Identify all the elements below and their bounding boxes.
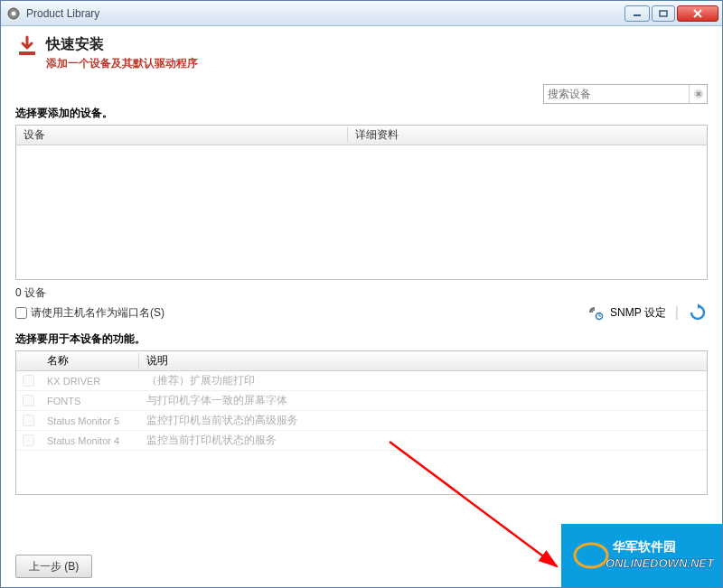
svg-point-1 bbox=[12, 11, 16, 15]
search-input[interactable] bbox=[544, 88, 689, 100]
function-desc: 监控当前打印机状态的服务 bbox=[139, 433, 707, 448]
quick-install-text: 快速安装 添加一个设备及其默认驱动程序 bbox=[46, 35, 198, 71]
back-button[interactable]: 上一步 (B) bbox=[15, 555, 92, 578]
function-desc: （推荐）扩展功能打印 bbox=[139, 373, 707, 388]
quick-install-header: 快速安装 添加一个设备及其默认驱动程序 bbox=[15, 35, 708, 71]
minimize-button[interactable] bbox=[624, 5, 650, 22]
window-title: Product Library bbox=[26, 7, 623, 20]
close-button[interactable] bbox=[677, 5, 718, 22]
function-name: Status Monitor 4 bbox=[40, 435, 139, 446]
back-button-label: 上一步 (B) bbox=[29, 559, 79, 574]
function-table: 名称 说明 KX DRIVER （推荐）扩展功能打印 FONTS 与打印机字体一… bbox=[15, 350, 708, 495]
function-name: KX DRIVER bbox=[40, 376, 139, 387]
device-col-name[interactable]: 设备 bbox=[16, 127, 348, 143]
quick-install-title: 快速安装 bbox=[46, 35, 198, 54]
function-row: Status Monitor 5 监控打印机当前状态的高级服务 bbox=[16, 411, 707, 431]
content-area: 快速安装 添加一个设备及其默认驱动程序 选择要添加的设备。 设备 详细资料 0 … bbox=[1, 26, 722, 587]
maximize-button[interactable] bbox=[652, 5, 675, 22]
use-hostname-input[interactable] bbox=[15, 307, 27, 319]
device-section-label: 选择要添加的设备。 bbox=[15, 106, 708, 121]
function-desc: 与打印机字体一致的屏幕字体 bbox=[139, 393, 707, 408]
window-controls bbox=[623, 5, 718, 22]
device-count: 0 设备 bbox=[15, 285, 46, 301]
function-checkbox bbox=[23, 434, 34, 446]
function-col-name[interactable]: 名称 bbox=[40, 353, 139, 369]
quick-install-subtitle: 添加一个设备及其默认驱动程序 bbox=[46, 56, 198, 71]
svg-rect-3 bbox=[660, 11, 667, 16]
snmp-area: SNMP 设定 | bbox=[588, 303, 708, 322]
search-box bbox=[543, 84, 708, 104]
function-name: FONTS bbox=[40, 396, 139, 406]
function-checkbox bbox=[23, 395, 34, 406]
function-name: Status Monitor 5 bbox=[40, 415, 139, 426]
svg-rect-6 bbox=[19, 51, 35, 55]
download-icon bbox=[15, 35, 39, 59]
clear-search-icon[interactable] bbox=[689, 85, 707, 103]
function-row: Status Monitor 4 监控当前打印机状态的服务 bbox=[16, 431, 707, 451]
snmp-label[interactable]: SNMP 设定 bbox=[610, 305, 666, 321]
device-table: 设备 详细资料 bbox=[15, 125, 708, 280]
refresh-icon[interactable] bbox=[688, 303, 708, 322]
titlebar: Product Library bbox=[1, 1, 722, 26]
device-table-header: 设备 详细资料 bbox=[16, 126, 707, 145]
function-section-label: 选择要用于本设备的功能。 bbox=[15, 331, 708, 347]
function-row: FONTS 与打印机字体一致的屏幕字体 bbox=[16, 391, 707, 411]
host-row: 请使用主机名作为端口名(S) SNMP 设定 | bbox=[15, 303, 708, 322]
watermark-cn: 华军软件园 bbox=[612, 539, 676, 554]
function-desc: 监控打印机当前状态的高级服务 bbox=[139, 413, 707, 428]
function-checkbox bbox=[23, 415, 34, 426]
app-window: Product Library 快速安装 添加一个设备及其默认驱 bbox=[0, 0, 723, 588]
use-hostname-label: 请使用主机名作为端口名(S) bbox=[31, 305, 164, 321]
device-col-detail[interactable]: 详细资料 bbox=[348, 127, 707, 143]
search-row bbox=[15, 84, 708, 104]
app-icon bbox=[6, 6, 21, 21]
function-table-header: 名称 说明 bbox=[16, 351, 707, 371]
watermark-badge: 华军软件园 ONLINEDOWN.NET bbox=[561, 524, 722, 587]
snmp-icon[interactable] bbox=[588, 304, 605, 321]
use-hostname-checkbox[interactable]: 请使用主机名作为端口名(S) bbox=[15, 305, 164, 321]
svg-point-12 bbox=[575, 544, 607, 567]
function-checkbox bbox=[23, 375, 34, 387]
function-row: KX DRIVER （推荐）扩展功能打印 bbox=[16, 371, 707, 391]
function-col-desc[interactable]: 说明 bbox=[139, 353, 707, 369]
watermark-en: ONLINEDOWN.NET bbox=[606, 556, 714, 570]
device-count-row: 0 设备 bbox=[15, 285, 708, 301]
divider: | bbox=[675, 304, 679, 321]
